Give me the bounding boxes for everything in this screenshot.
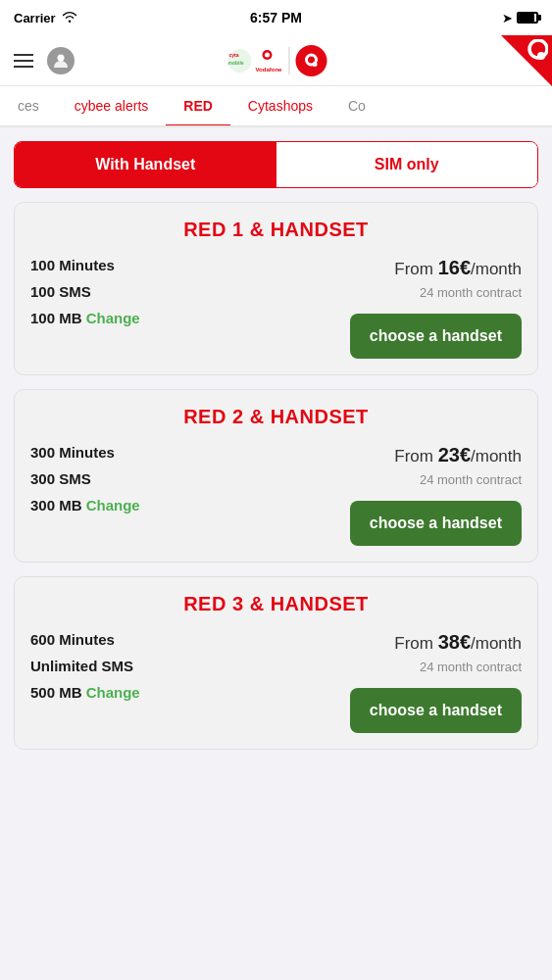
- hamburger-menu-button[interactable]: [14, 54, 33, 68]
- plan-feature-red2: 300 MB Change: [30, 497, 140, 514]
- plan-feature-red1: 100 Minutes: [30, 257, 140, 273]
- cytamobile-logo: cyta mobile Vodafone: [226, 44, 282, 77]
- svg-point-5: [265, 52, 270, 57]
- svg-point-0: [58, 54, 65, 61]
- plan-contract-red1: 24 month contract: [420, 285, 522, 300]
- plan-feature-red3: 500 MB Change: [30, 684, 140, 701]
- plans-container: RED 1 & HANDSET100 Minutes100 SMS100 MB …: [0, 188, 552, 763]
- tab-navigation: ces cybee alerts RED Cytashops Co: [0, 86, 552, 127]
- plan-card-red2: RED 2 & HANDSET300 Minutes300 SMS300 MB …: [14, 389, 538, 563]
- nav-arrow-icon: ➤: [502, 11, 513, 25]
- plan-card-red3: RED 3 & HANDSET600 MinutesUnlimited SMS5…: [14, 576, 538, 750]
- tab-cytashops[interactable]: Cytashops: [230, 86, 330, 125]
- plan-feature-red1: 100 MB Change: [30, 310, 140, 326]
- plan-title-red1: RED 1 & HANDSET: [30, 219, 522, 241]
- plan-contract-red3: 24 month contract: [420, 660, 522, 674]
- svg-point-7: [300, 50, 322, 72]
- change-link-red3[interactable]: Change: [86, 684, 140, 701]
- tab-co[interactable]: Co: [330, 86, 383, 125]
- svg-text:mobile: mobile: [227, 60, 243, 66]
- with-handset-toggle[interactable]: With Handset: [15, 142, 276, 187]
- svg-text:Vodafone: Vodafone: [255, 67, 282, 73]
- tab-ces[interactable]: ces: [0, 86, 57, 125]
- plan-title-red2: RED 2 & HANDSET: [30, 406, 522, 428]
- vodafone-logo: [295, 45, 326, 76]
- change-link-red2[interactable]: Change: [86, 497, 140, 514]
- svg-point-11: [537, 52, 545, 60]
- plan-feature-red3: Unlimited SMS: [30, 658, 140, 674]
- battery-icon: [517, 12, 538, 24]
- plan-price-red3: From 38€/month: [394, 631, 522, 654]
- svg-point-9: [312, 62, 317, 67]
- time-display: 6:57 PM: [250, 10, 302, 25]
- plan-feature-red3: 600 Minutes: [30, 631, 140, 648]
- vodafone-corner-badge: [501, 35, 552, 86]
- plan-feature-red2: 300 Minutes: [30, 444, 140, 461]
- plan-price-red2: From 23€/month: [394, 444, 522, 466]
- profile-icon[interactable]: [47, 47, 75, 74]
- plan-price-red1: From 16€/month: [394, 257, 522, 279]
- wifi-icon: [62, 11, 77, 25]
- plan-title-red3: RED 3 & HANDSET: [30, 593, 522, 615]
- top-nav: cyta mobile Vodafone: [0, 35, 552, 86]
- sim-only-toggle[interactable]: SIM only: [276, 142, 538, 187]
- tab-cybee-alerts[interactable]: cybee alerts: [57, 86, 166, 125]
- status-bar: Carrier 6:57 PM ➤: [0, 0, 552, 35]
- choose-handset-button-red1[interactable]: choose a handset: [350, 314, 522, 359]
- choose-handset-button-red2[interactable]: choose a handset: [350, 501, 522, 546]
- change-link-red1[interactable]: Change: [86, 310, 140, 326]
- carrier-text: Carrier: [14, 11, 56, 25]
- plan-type-toggle: With Handset SIM only: [14, 141, 538, 188]
- plan-card-red1: RED 1 & HANDSET100 Minutes100 SMS100 MB …: [14, 202, 538, 375]
- tab-red[interactable]: RED: [166, 86, 230, 125]
- plan-feature-red2: 300 SMS: [30, 470, 140, 487]
- choose-handset-button-red3[interactable]: choose a handset: [350, 688, 522, 733]
- plan-feature-red1: 100 SMS: [30, 283, 140, 300]
- svg-text:cyta: cyta: [228, 52, 238, 58]
- logo-area: cyta mobile Vodafone: [226, 44, 326, 77]
- plan-contract-red2: 24 month contract: [420, 472, 522, 487]
